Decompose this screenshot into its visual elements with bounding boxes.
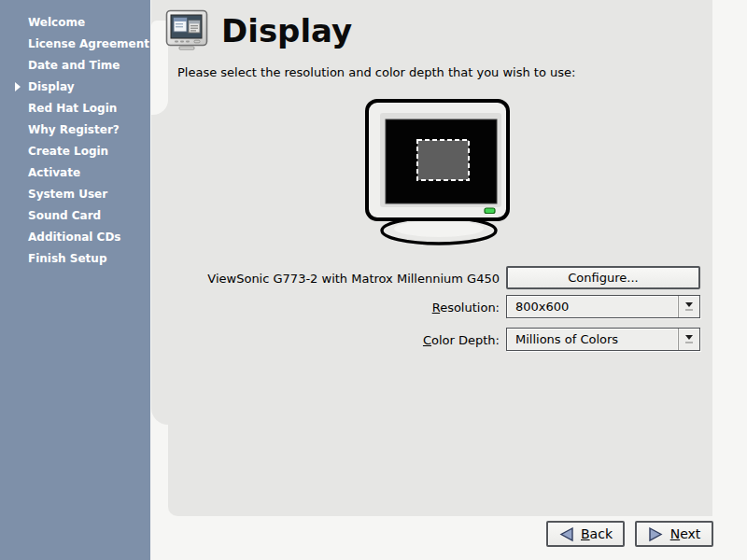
sidebar-item-finish-setup[interactable]: Finish Setup (0, 248, 150, 270)
sidebar-item-label: Activate (28, 166, 80, 179)
monitor-preview-illustration (358, 93, 521, 250)
sidebar-item-red-hat-login[interactable]: Red Hat Login (0, 98, 150, 119)
dropdown-arrow-icon (678, 329, 699, 350)
sidebar-item-system-user[interactable]: System User (0, 184, 150, 205)
sidebar-item-additional-cds[interactable]: Additional CDs (0, 227, 150, 248)
content-area: Display Please select the resolution and… (150, 0, 747, 560)
sidebar-item-label: Display (28, 80, 74, 93)
sidebar-item-label: Date and Time (28, 59, 120, 72)
sidebar-item-license-agreement[interactable]: License Agreement (0, 34, 150, 55)
sidebar-item-label: Why Register? (28, 123, 120, 136)
back-button[interactable]: Back (546, 521, 625, 547)
resolution-label: Resolution: (168, 301, 500, 315)
color-depth-value: Millions of Colors (515, 332, 618, 346)
resolution-value: 747x560 (515, 300, 569, 314)
setup-steps-sidebar: Welcome License Agreement Date and Time … (0, 0, 150, 560)
next-arrow-icon (648, 526, 664, 542)
sidebar-item-date-and-time[interactable]: Date and Time (0, 55, 150, 77)
sidebar-item-activate[interactable]: Activate (0, 162, 150, 184)
sidebar-item-label: Create Login (28, 145, 108, 158)
color-depth-label: Color Depth: (168, 333, 500, 347)
resolution-dropdown[interactable]: 747x560 (506, 295, 700, 318)
back-button-label: Back (581, 526, 613, 541)
next-button-label: Next (670, 526, 701, 541)
sidebar-item-sound-card[interactable]: Sound Card (0, 205, 150, 227)
page-subtitle: Please select the resolution and color d… (177, 65, 575, 79)
monitor-windows-icon (165, 9, 208, 50)
sidebar-item-label: Red Hat Login (28, 102, 117, 115)
sidebar-item-create-login[interactable]: Create Login (0, 141, 150, 162)
sidebar-item-label: Sound Card (28, 209, 101, 222)
current-step-arrow-icon (15, 82, 21, 91)
sidebar-item-label: System User (28, 188, 107, 201)
configure-button[interactable]: Configure... (506, 266, 700, 289)
next-button[interactable]: Next (635, 521, 713, 547)
color-depth-dropdown[interactable]: Millions of Colors (506, 328, 700, 351)
back-arrow-icon (558, 526, 574, 542)
sidebar-item-display[interactable]: Display (0, 77, 150, 98)
page-title: Display (221, 12, 352, 49)
configure-button-label: Configure... (568, 271, 638, 285)
resolution-selection-rect (417, 140, 469, 180)
sidebar-item-label: Finish Setup (28, 252, 106, 265)
setup-steps-list: Welcome License Agreement Date and Time … (0, 12, 150, 270)
power-led (485, 208, 495, 214)
sidebar-item-label: License Agreement (28, 37, 149, 50)
dropdown-arrow-icon (678, 296, 699, 317)
device-label: ViewSonic G773-2 with Matrox Millennium … (168, 272, 500, 286)
sidebar-item-why-register[interactable]: Why Register? (0, 119, 150, 141)
sidebar-item-label: Welcome (28, 16, 85, 29)
firstboot-window: Welcome License Agreement Date and Time … (0, 0, 747, 560)
sidebar-item-label: Additional CDs (28, 231, 121, 244)
sidebar-item-welcome[interactable]: Welcome (0, 12, 150, 34)
